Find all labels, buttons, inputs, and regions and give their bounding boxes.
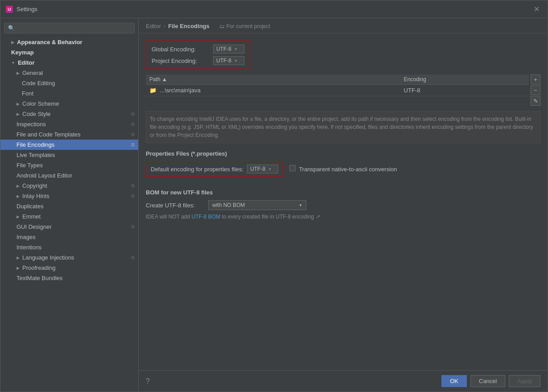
create-utf8-value: with NO BOM (212, 202, 245, 208)
copy-icon: ⧉ (131, 224, 135, 230)
ok-button[interactable]: OK (441, 375, 467, 387)
folder-icon: 📁 (149, 87, 157, 94)
copy-icon: ⧉ (131, 132, 135, 137)
sidebar-item-label: Appearance & Behavior (17, 39, 82, 45)
path-encoding-section: Path ▲ Encoding (146, 74, 540, 106)
sidebar-item-editor[interactable]: ▼ Editor (0, 58, 138, 68)
utf8-bom-link[interactable]: UTF-8 BOM (191, 214, 220, 220)
sidebar: ▶ Appearance & Behavior Keymap ▼ Editor … (0, 18, 139, 392)
create-utf8-dropdown[interactable]: with NO BOM ▼ (208, 200, 306, 210)
sidebar-item-color-scheme[interactable]: ▶ Color Scheme (0, 99, 138, 109)
default-encoding-value: UTF-8 (250, 166, 265, 172)
sidebar-item-label: Emmet (22, 213, 41, 220)
sort-asc-icon: ▲ (162, 76, 167, 83)
dropdown-arrow-icon: ▼ (234, 47, 238, 51)
sidebar-item-proofreading[interactable]: ▶ Proofreading (0, 263, 138, 273)
sidebar-item-language-injections[interactable]: ▶ Language Injections ⧉ (0, 252, 138, 263)
sidebar-item-intentions[interactable]: Intentions (0, 242, 138, 252)
col-encoding-header[interactable]: Encoding (400, 74, 529, 85)
copy-icon: ⧉ (131, 111, 135, 117)
help-button[interactable]: ? (146, 377, 150, 385)
sidebar-item-label: Code Style (22, 111, 51, 117)
sidebar-item-label: Editor (18, 59, 35, 66)
encoding-value: UTF-8 (404, 87, 420, 94)
global-encoding-dropdown[interactable]: UTF-8 ▼ (213, 45, 244, 54)
transparent-checkbox[interactable] (289, 165, 296, 171)
sidebar-item-inlay-hints[interactable]: ▶ Inlay Hints ⧉ (0, 191, 138, 201)
for-current-project[interactable]: 🗂 For current project (219, 23, 270, 29)
sidebar-item-textmate-bundles[interactable]: TextMate Bundles (0, 273, 138, 283)
col-path-label: Path (149, 76, 161, 83)
sidebar-item-duplicates[interactable]: Duplicates (0, 201, 138, 211)
expand-arrow-icon: ▶ (16, 266, 20, 270)
sidebar-item-label: Proofreading (22, 264, 55, 271)
remove-path-button[interactable]: − (531, 85, 540, 95)
table-row[interactable]: 📁 ...\src\main\java UTF-8 (146, 85, 529, 96)
dropdown-arrow-icon: ▼ (299, 203, 302, 207)
sidebar-item-emmet[interactable]: ▶ Emmet (0, 211, 138, 222)
sidebar-item-label: Live Templates (16, 152, 55, 158)
sidebar-item-font[interactable]: Font (0, 88, 138, 99)
expand-arrow-icon: ▶ (16, 112, 20, 116)
sidebar-item-images[interactable]: Images (0, 232, 138, 242)
breadcrumb: Editor › File Encodings 🗂 For current pr… (139, 18, 548, 33)
sidebar-item-general[interactable]: ▶ General (0, 68, 138, 78)
global-project-encoding-box: Global Encoding: UTF-8 ▼ Project Encodin… (146, 41, 250, 69)
title-bar-left: IJ Settings (6, 6, 37, 13)
sidebar-item-code-style[interactable]: ▶ Code Style ⧉ (0, 109, 138, 119)
properties-encoding-box-wrapper: Default encoding for properties files: U… (146, 161, 540, 183)
expand-arrow-icon: ▶ (16, 102, 20, 106)
dialog-body: ▶ Appearance & Behavior Keymap ▼ Editor … (0, 18, 548, 392)
path-value: ...\src\main\java (160, 87, 201, 94)
create-utf8-label: Create UTF-8 files: (146, 202, 204, 209)
title-bar: IJ Settings ✕ (0, 0, 548, 18)
info-text: To change encoding IntelliJ IDEA uses fo… (146, 111, 540, 143)
sidebar-item-label: Inspections (16, 121, 46, 128)
project-encoding-dropdown[interactable]: UTF-8 ▼ (213, 56, 244, 65)
table-cell-encoding: UTF-8 (400, 85, 529, 96)
sidebar-item-code-editing[interactable]: Code Editing (0, 78, 138, 88)
sidebar-item-label: Duplicates (16, 203, 44, 210)
project-encoding-label: Project Encoding: (152, 58, 210, 64)
sidebar-item-copyright[interactable]: ▶ Copyright ⧉ (0, 181, 138, 191)
main-panel: Editor › File Encodings 🗂 For current pr… (139, 18, 548, 392)
add-path-button[interactable]: + (531, 74, 540, 84)
path-table-container: Path ▲ Encoding (146, 74, 529, 106)
sidebar-item-file-encodings[interactable]: File Encodings ⧉ (0, 140, 138, 150)
default-encoding-label: Default encoding for properties files: (151, 166, 243, 173)
project-icon: 🗂 (219, 23, 225, 29)
footer-buttons: OK Cancel Apply (441, 375, 540, 387)
expand-arrow-icon: ▶ (16, 256, 20, 260)
sidebar-item-label: File Types (16, 162, 43, 169)
sidebar-item-keymap[interactable]: Keymap (0, 47, 138, 58)
col-encoding-label: Encoding (404, 76, 426, 83)
table-cell-path: 📁 ...\src\main\java (146, 85, 400, 96)
breadcrumb-separator: › (164, 23, 165, 29)
project-encoding-value: UTF-8 (216, 58, 231, 64)
col-path-header[interactable]: Path ▲ (146, 74, 400, 85)
expand-arrow-icon: ▶ (16, 71, 20, 75)
dropdown-arrow-icon: ▼ (234, 59, 238, 63)
default-encoding-dropdown[interactable]: UTF-8 ▼ (247, 165, 278, 173)
copy-icon: ⧉ (131, 255, 135, 260)
expand-arrow-icon: ▶ (11, 40, 14, 45)
cancel-button[interactable]: Cancel (470, 375, 505, 387)
sidebar-item-file-types[interactable]: File Types (0, 160, 138, 170)
close-button[interactable]: ✕ (531, 4, 542, 14)
sidebar-item-label: Intentions (16, 244, 41, 251)
idea-note-suffix: to every created file in UTF-8 encoding … (222, 214, 320, 220)
sidebar-item-gui-designer[interactable]: GUI Designer ⧉ (0, 222, 138, 232)
sidebar-item-label: Keymap (11, 49, 34, 56)
sidebar-item-label: Color Scheme (22, 100, 59, 107)
breadcrumb-parent[interactable]: Editor (146, 23, 161, 29)
search-input[interactable] (4, 23, 135, 33)
sidebar-item-label: GUI Designer (16, 223, 52, 230)
edit-path-button[interactable]: ✎ (531, 96, 540, 106)
sidebar-item-inspections[interactable]: Inspections ⧉ (0, 119, 138, 129)
sidebar-item-file-and-code-templates[interactable]: File and Code Templates ⧉ (0, 129, 138, 140)
sidebar-item-appearance[interactable]: ▶ Appearance & Behavior (0, 37, 138, 47)
sidebar-item-live-templates[interactable]: Live Templates (0, 150, 138, 160)
sidebar-item-android-layout-editor[interactable]: Android Layout Editor (0, 170, 138, 181)
apply-button[interactable]: Apply (509, 375, 540, 387)
path-encoding-table: Path ▲ Encoding (146, 74, 529, 96)
